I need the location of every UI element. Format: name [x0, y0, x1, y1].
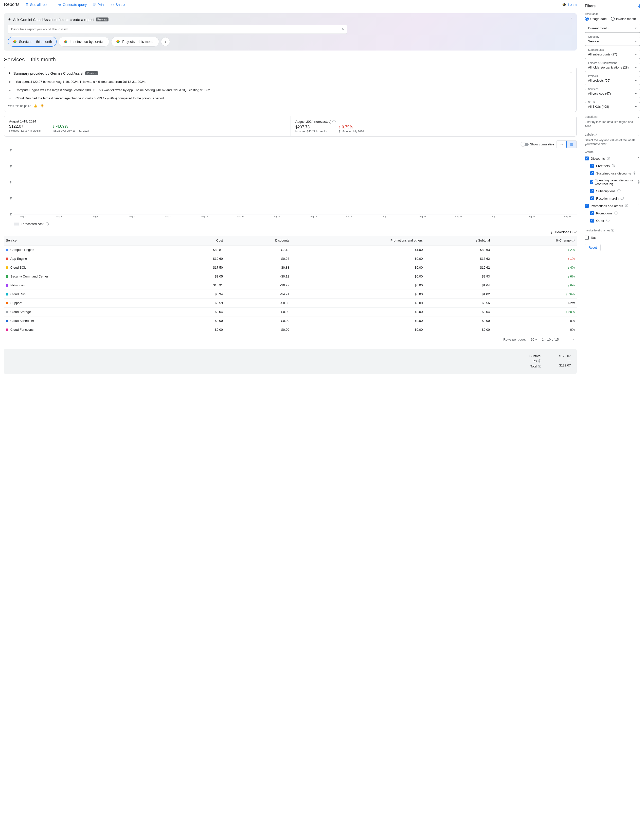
sustained-check[interactable]: Sustained use discounts ⓘ: [585, 170, 640, 177]
help-icon[interactable]: ⓘ: [633, 171, 636, 175]
table-row[interactable]: Cloud Storage$0.04$0.00$0.00$0.04↓ 20%: [4, 307, 577, 316]
insight-item: ↗You spent $122.07 between Aug 1-19, 202…: [8, 79, 573, 85]
reset-button[interactable]: Reset: [585, 244, 601, 251]
kpi-delta-sub: -$5.21 over July 13 – 31, 2024: [53, 129, 89, 132]
y-tick: $4: [10, 181, 12, 183]
next-page-button[interactable]: ›: [572, 337, 575, 343]
thumbs-down-icon[interactable]: 👎: [40, 104, 44, 108]
table-row[interactable]: Support$0.59-$0.03$0.00$0.56New: [4, 298, 577, 307]
other-check[interactable]: Other ⓘ: [585, 217, 640, 224]
tax-check[interactable]: Tax: [585, 234, 640, 241]
collapse-icon[interactable]: ⌃: [570, 17, 573, 21]
caret-down-icon: ▾: [635, 92, 637, 95]
table-header[interactable]: Service: [4, 236, 174, 246]
subaccounts-select[interactable]: SubaccountsAll subaccounts (27)▾: [585, 50, 640, 59]
help-icon[interactable]: ⓘ: [606, 218, 610, 223]
usage-date-radio[interactable]: Usage date: [585, 17, 607, 21]
table-row[interactable]: Networking$10.91-$9.27$0.00$1.64↓ 6%: [4, 281, 577, 289]
help-icon[interactable]: ⓘ: [594, 132, 597, 137]
reseller-check[interactable]: Reseller margin ⓘ: [585, 195, 640, 202]
chevron-up-icon[interactable]: ⌃: [638, 157, 640, 161]
help-icon[interactable]: ⓘ: [332, 119, 336, 124]
free-tiers-check[interactable]: Free tiers ⓘ: [585, 162, 640, 170]
prev-page-button[interactable]: ‹: [564, 337, 567, 343]
line-view-button[interactable]: 〜: [557, 141, 567, 148]
x-tick: Aug 3: [50, 215, 68, 218]
see-all-reports-link[interactable]: ☰See all reports: [26, 3, 52, 6]
help-icon[interactable]: ⓘ: [617, 189, 621, 193]
table-header[interactable]: % Change ⓘ: [492, 236, 577, 246]
skus-select[interactable]: SKUsAll SKUs (408)▾: [585, 102, 640, 111]
chip-projects-this-month[interactable]: Projects – this month: [111, 37, 159, 47]
chip-next-button[interactable]: ›: [161, 37, 170, 46]
cumulative-toggle[interactable]: Show cumulative: [521, 142, 554, 146]
promo-others-check[interactable]: Promotions and others ⓘ⌃: [585, 202, 640, 209]
table-row[interactable]: Security Command Center$3.05-$0.12$0.00$…: [4, 272, 577, 281]
date-range-select[interactable]: Current month▾: [585, 24, 640, 33]
forecast-legend-label: Forecasted cost: [21, 222, 43, 226]
collapse-icon[interactable]: ⌃: [570, 71, 573, 75]
gemini-input[interactable]: [8, 25, 347, 34]
y-tick: $8: [10, 149, 12, 151]
table-row[interactable]: Cloud Run$5.94-$4.91$0.00$1.02↓ 76%: [4, 289, 577, 298]
help-icon[interactable]: ⓘ: [612, 164, 615, 168]
list-icon: ☰: [26, 3, 29, 6]
rows-per-page-select[interactable]: 10 ▾: [531, 338, 537, 341]
learn-link[interactable]: 🎓Learn: [562, 3, 577, 6]
x-tick: [431, 215, 450, 218]
table-row[interactable]: Compute Engine$88.81-$7.18-$1.00$80.63↓ …: [4, 245, 577, 254]
labels-heading[interactable]: Labels ⓘ⌄: [585, 132, 640, 137]
download-csv-link[interactable]: ⭳Download CSV: [550, 230, 577, 234]
bar-view-button[interactable]: ▥: [566, 140, 577, 148]
discounts-check[interactable]: Discounts ⓘ⌃: [585, 155, 640, 162]
folders-select[interactable]: Folders & OrganizationsAll folders/organ…: [585, 63, 640, 72]
gcloud-icon: [63, 39, 68, 44]
help-icon[interactable]: ⓘ: [637, 180, 640, 184]
table-row[interactable]: Cloud Functions$0.00$0.00$0.00$0.000%: [4, 325, 577, 334]
subscriptions-check[interactable]: Subscriptions ⓘ: [585, 187, 640, 195]
generate-query-link[interactable]: ⊕Generate query: [58, 3, 87, 6]
pagination: Rows per page: 10 ▾ 1 – 10 of 15 ‹ ›: [4, 334, 577, 345]
report-title: Services – this month: [4, 56, 577, 63]
help-icon[interactable]: ⓘ: [611, 228, 614, 232]
help-icon[interactable]: ⓘ: [625, 204, 628, 208]
spending-check[interactable]: Spending based discounts (contractual) ⓘ: [585, 177, 640, 187]
thumbs-up-icon[interactable]: 👍: [34, 104, 37, 108]
table-row[interactable]: Cloud SQL$17.50-$0.88$0.00$16.62↓ 4%: [4, 263, 577, 272]
print-link[interactable]: 🖶Print: [93, 3, 105, 6]
x-tick: [105, 215, 123, 218]
x-tick: [504, 215, 522, 218]
service-swatch: [6, 284, 8, 286]
help-icon[interactable]: ⓘ: [46, 222, 49, 226]
services-select[interactable]: ServicesAll services (47)▾: [585, 89, 640, 98]
chip-last-invoice[interactable]: Last invoice by service: [59, 37, 109, 47]
invoice-month-radio[interactable]: Invoice month: [611, 17, 636, 21]
expand-icon[interactable]: ›|: [638, 4, 640, 8]
chevron-up-icon[interactable]: ⌃: [638, 204, 640, 208]
table-row[interactable]: Cloud Scheduler$0.00$0.00$0.00$0.000%: [4, 316, 577, 325]
table-header[interactable]: ↓ Subtotal: [425, 236, 492, 246]
credits-label: Credits: [585, 150, 640, 153]
help-icon[interactable]: ⓘ: [621, 196, 624, 201]
table-header[interactable]: Cost: [174, 236, 225, 246]
promotions-check[interactable]: Promotions ⓘ: [585, 209, 640, 217]
help-icon[interactable]: ⓘ: [614, 211, 618, 215]
caret-down-icon: ▾: [535, 338, 537, 341]
projects-select[interactable]: ProjectsAll projects (55)▾: [585, 76, 640, 85]
table-header[interactable]: Discounts: [225, 236, 291, 246]
help-icon[interactable]: ⓘ: [607, 156, 610, 161]
x-tick: Aug 19: [341, 215, 359, 218]
share-link[interactable]: ⧟Share: [111, 3, 124, 6]
x-tick: [541, 215, 559, 218]
table-row[interactable]: App Engine$19.60-$0.98$0.00$18.62↑ 1%: [4, 254, 577, 263]
help-icon[interactable]: ⓘ: [572, 238, 575, 242]
magic-wand-icon[interactable]: ✎: [342, 27, 345, 31]
locations-heading[interactable]: Locations⌄: [585, 115, 640, 119]
group-by-select[interactable]: Group byService▾: [585, 37, 640, 46]
chip-services-this-month[interactable]: Services – this month: [8, 37, 57, 47]
kpi-row: August 1–19, 2024 $122.07 includes -$24.…: [4, 116, 577, 137]
sort-icon: ↓: [476, 238, 477, 242]
help-icon[interactable]: ⓘ: [538, 365, 541, 368]
help-icon[interactable]: ⓘ: [538, 359, 541, 363]
table-header[interactable]: Promotions and others: [291, 236, 425, 246]
